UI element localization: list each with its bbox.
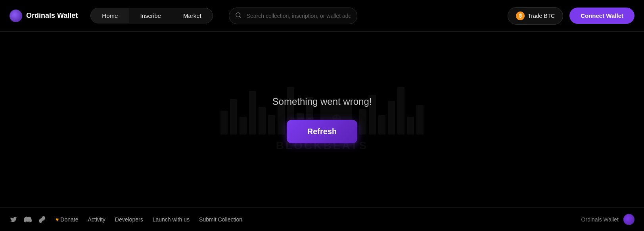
submit-collection-link[interactable]: Submit Collection (199, 216, 242, 223)
donate-link[interactable]: ♥ Donate (56, 216, 78, 223)
twitter-icon[interactable] (10, 216, 17, 223)
error-content: Something went wrong! Refresh (272, 96, 372, 143)
nav-home[interactable]: Home (91, 8, 129, 23)
footer-brand-text: Ordinals Wallet (581, 216, 619, 223)
donate-label: Donate (60, 216, 78, 223)
logo-icon (10, 10, 22, 22)
search-input[interactable] (229, 8, 357, 24)
footer: ♥ Donate Activity Developers Launch with… (0, 207, 644, 231)
trade-btc-label: Trade BTC (528, 13, 555, 19)
nav-market[interactable]: Market (172, 8, 213, 23)
btc-icon: ₿ (516, 12, 525, 20)
footer-links: ♥ Donate Activity Developers Launch with… (56, 216, 242, 223)
developers-link[interactable]: Developers (115, 216, 143, 223)
logo-area: Ordinals Wallet (10, 10, 78, 22)
trade-btc-button[interactable]: ₿ Trade BTC (508, 7, 563, 25)
connect-wallet-button[interactable]: Connect Wallet (569, 8, 634, 24)
header: Ordinals Wallet Home Inscribe Market ₿ T… (0, 0, 644, 32)
activity-link[interactable]: Activity (88, 216, 105, 223)
launch-with-us-link[interactable]: Launch with us (153, 216, 190, 223)
footer-social (10, 216, 46, 223)
nav-inscribe[interactable]: Inscribe (129, 8, 172, 23)
heart-icon: ♥ (56, 216, 59, 223)
external-link-icon[interactable] (38, 216, 46, 223)
discord-icon[interactable] (24, 216, 32, 223)
search-container (229, 8, 357, 24)
main-content: ⊕ BLOCKBEATS Something went wrong! Refre… (0, 32, 644, 207)
footer-right: Ordinals Wallet (581, 214, 634, 225)
logo-text: Ordinals Wallet (26, 12, 78, 20)
error-message: Something went wrong! (272, 96, 372, 107)
footer-brand-icon (623, 214, 634, 225)
svg-line-1 (240, 16, 241, 17)
refresh-button[interactable]: Refresh (287, 120, 357, 143)
svg-point-0 (236, 13, 240, 17)
search-icon (235, 12, 242, 20)
nav-pills: Home Inscribe Market (90, 8, 213, 23)
